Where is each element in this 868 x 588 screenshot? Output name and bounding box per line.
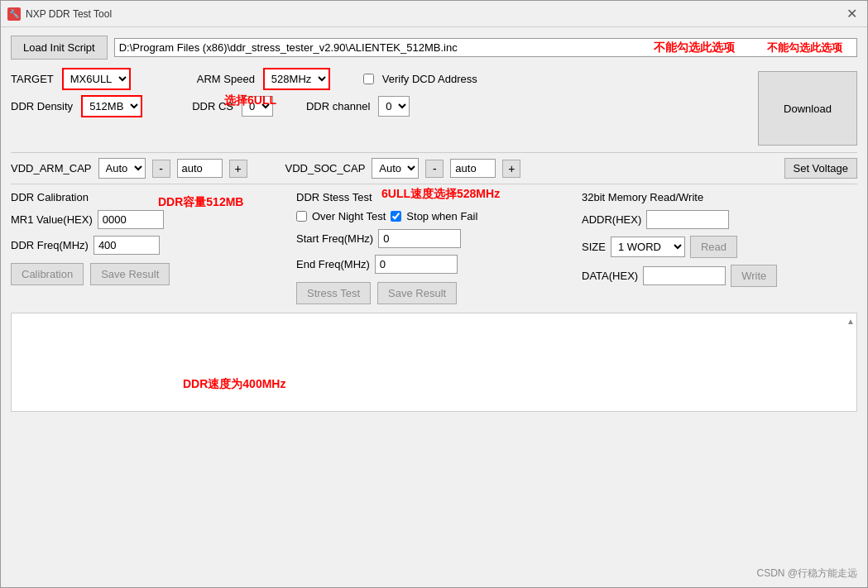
vdd-soc-minus-button[interactable]: - [425,160,444,178]
end-freq-label: End Freq(MHz) [296,258,370,270]
main-window: 🔧 NXP DDR Test Tool ✕ Load Init Script T… [0,0,868,588]
script-row: Load Init Script [11,36,857,60]
vdd-soc-label: VDD_SOC_CAP [285,162,366,174]
ddr-freq-label: DDR Freq(MHz) [11,239,89,251]
output-area: ▲ [11,313,857,412]
start-freq-row: Start Freq(MHz) [296,229,572,248]
calibration-title: DDR Calibration [11,191,286,203]
stress-actions: Stress Test Save Result [296,282,572,304]
stop-when-fail-checkbox[interactable] [391,211,401,222]
vdd-arm-value-input[interactable] [177,159,223,178]
stop-when-fail-label: Stop when Fail [406,210,477,222]
over-night-label: Over Night Test [312,210,386,222]
end-freq-row: End Freq(MHz) [296,255,572,274]
ddr-calibration-section: DDR Calibration MR1 Value(HEX) DDR Freq(… [11,191,286,304]
size-select[interactable]: 1 WORD 2 WORD 4 WORD 8 WORD [611,237,685,257]
vdd-arm-plus-button[interactable]: + [229,160,247,178]
set-voltage-button[interactable]: Set Voltage [784,158,858,179]
read-button[interactable]: Read [690,236,737,258]
config-left: TARGET MX6ULL MX6DL MX6SL MX7D ARM Speed… [11,68,750,117]
overnight-row: Over Night Test Stop when Fail [296,210,572,222]
close-button[interactable]: ✕ [843,6,861,22]
config-row: TARGET MX6ULL MX6DL MX6SL MX7D ARM Speed… [11,68,857,146]
start-freq-input[interactable] [378,229,461,248]
footer-text: CSDN @行稳方能走远 [756,566,857,581]
ddr-cs-label: DDR CS [192,100,233,112]
end-freq-input[interactable] [375,255,458,274]
ddr-freq-row: DDR Freq(MHz) [11,236,286,255]
mr1-input[interactable] [98,210,164,229]
addr-input[interactable] [646,210,729,229]
script-path-input[interactable] [114,38,857,57]
vdd-arm-minus-button[interactable]: - [152,160,170,178]
memory-rw-section: 32bit Memory Read/Write ADDR(HEX) SIZE 1… [582,191,857,304]
data-label: DATA(HEX) [582,270,638,282]
mr1-label: MR1 Value(HEX) [11,213,93,226]
title-bar-left: 🔧 NXP DDR Test Tool [7,7,112,21]
ddr-cs-select[interactable]: 0 1 [242,96,273,117]
arm-speed-select[interactable]: 528MHz 396MHz 792MHz [263,68,330,90]
arm-speed-label: ARM Speed [197,73,255,85]
vdd-arm-label: VDD_ARM_CAP [11,162,92,174]
vdd-row: VDD_ARM_CAP Auto 1.0V 1.1V 1.2V - + VDD_… [11,152,857,184]
mr1-row: MR1 Value(HEX) [11,210,286,229]
main-content: Load Init Script TARGET MX6ULL MX6DL MX6… [1,27,867,420]
memory-title: 32bit Memory Read/Write [582,191,857,203]
verify-dcd-label: Verify DCD Address [382,73,477,85]
app-icon: 🔧 [7,7,21,21]
vdd-soc-select[interactable]: Auto 1.0V 1.1V 1.2V [372,158,419,179]
download-section: Download [750,68,857,146]
ddr-density-select[interactable]: 512MB 256MB 1GB [81,95,142,117]
vdd-soc-value-input[interactable] [450,159,496,178]
over-night-checkbox[interactable] [296,211,307,222]
addr-label: ADDR(HEX) [582,213,641,226]
addr-row: ADDR(HEX) [582,210,857,229]
ddr-channel-select[interactable]: 0 1 [378,96,410,117]
vdd-soc-plus-button[interactable]: + [502,160,520,178]
calibration-button[interactable]: Calibration [11,263,84,285]
download-button[interactable]: Download [758,71,857,146]
vdd-arm-select[interactable]: Auto 1.0V 1.1V 1.2V [98,158,146,179]
write-button[interactable]: Write [731,265,777,287]
stress-title: DDR Stess Test [296,191,572,203]
size-row: SIZE 1 WORD 2 WORD 4 WORD 8 WORD Read [582,236,857,258]
ddr-density-label: DDR Density [11,100,73,112]
window-title: NXP DDR Test Tool [26,8,112,20]
ddr-channel-label: DDR channel [306,100,370,112]
target-label: TARGET [11,73,54,85]
stress-save-result-button[interactable]: Save Result [377,282,457,304]
data-row: DATA(HEX) Write [582,265,857,287]
start-freq-label: Start Freq(MHz) [296,232,373,245]
ddr-stress-section: DDR Stess Test Over Night Test Stop when… [296,191,572,304]
verify-dcd-checkbox[interactable] [363,74,374,84]
title-bar: 🔧 NXP DDR Test Tool ✕ [1,1,867,27]
calibration-actions: Calibration Save Result [11,263,286,285]
data-input[interactable] [643,266,726,285]
size-label: SIZE [582,241,606,253]
ddr-freq-input[interactable] [94,236,160,255]
target-select[interactable]: MX6ULL MX6DL MX6SL MX7D [62,68,131,90]
stress-test-button[interactable]: Stress Test [296,282,371,304]
load-script-button[interactable]: Load Init Script [11,36,108,60]
bottom-sections: DDR Calibration MR1 Value(HEX) DDR Freq(… [11,191,857,304]
scroll-up-arrow: ▲ [846,317,855,326]
calibration-save-result-button[interactable]: Save Result [90,263,170,285]
